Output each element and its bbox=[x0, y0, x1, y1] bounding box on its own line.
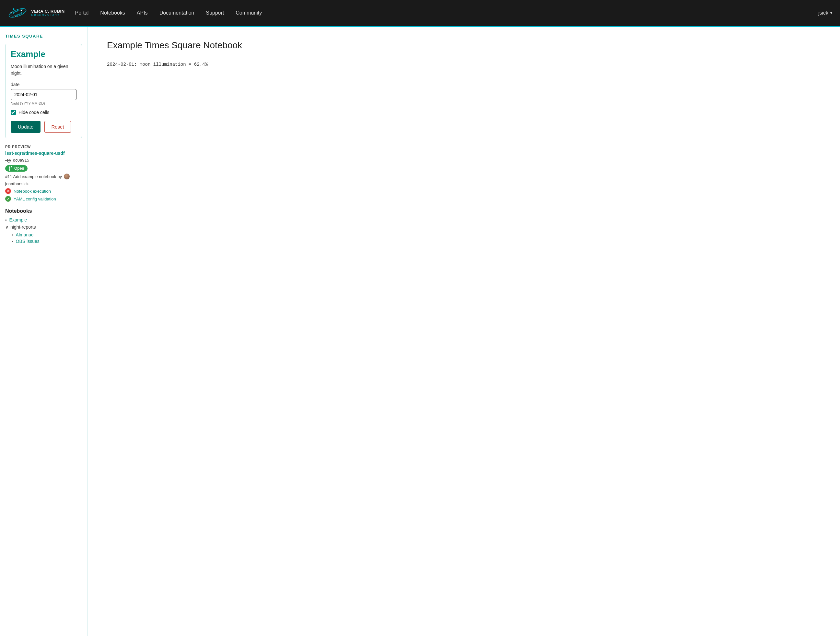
date-input[interactable] bbox=[11, 89, 76, 100]
pr-commit-hash: dc0a915 bbox=[13, 158, 29, 162]
notebook-execution-link[interactable]: Notebook execution bbox=[14, 189, 51, 194]
list-item-obs-issues: ▪ OBS issues bbox=[12, 239, 82, 244]
action-buttons: Update Reset bbox=[11, 121, 76, 133]
username: jsick bbox=[818, 10, 828, 16]
page-title: Example Times Square Notebook bbox=[107, 40, 821, 50]
nav-notebooks[interactable]: Notebooks bbox=[100, 10, 125, 16]
notebooks-list: ▪ Example ∨ night-reports ▪ Almanac ▪ OB… bbox=[5, 217, 82, 244]
logo-text: VERA C. RUBIN OBSERVATORY bbox=[31, 9, 65, 17]
hide-code-checkbox-row: Hide code cells bbox=[11, 110, 76, 115]
pr-author-avatar bbox=[64, 173, 69, 179]
header: VERA C. RUBIN OBSERVATORY Portal Noteboo… bbox=[0, 0, 840, 26]
status-notebook-execution: ✕ Notebook execution bbox=[5, 188, 82, 194]
user-menu[interactable]: jsick ▾ bbox=[818, 10, 832, 16]
notebook-card-title: Example bbox=[11, 49, 76, 59]
date-field-hint: Night (YYYY-MM-DD) bbox=[11, 101, 76, 105]
nav-community[interactable]: Community bbox=[235, 10, 262, 16]
notebook-link-almanac[interactable]: Almanac bbox=[16, 232, 33, 238]
reset-button[interactable]: Reset bbox=[44, 121, 71, 133]
pass-icon: ✓ bbox=[5, 196, 11, 202]
pr-preview-section: PR PREVIEW lsst-sqre/times-square-usdf d… bbox=[5, 145, 82, 202]
file-icon-obs-issues: ▪ bbox=[12, 239, 13, 244]
commit-icon bbox=[5, 159, 11, 162]
nav-apis[interactable]: APIs bbox=[137, 10, 148, 16]
folder-night-reports[interactable]: ∨ night-reports bbox=[5, 224, 82, 230]
logo-icon bbox=[8, 3, 27, 23]
hide-code-checkbox[interactable] bbox=[11, 110, 16, 115]
page-layout: TIMES SQUARE Example Moon illumination o… bbox=[0, 27, 840, 636]
logo: VERA C. RUBIN OBSERVATORY bbox=[8, 3, 65, 23]
pr-author-name: jonathansick bbox=[5, 181, 28, 186]
file-icon: ▪ bbox=[5, 217, 7, 222]
pr-repo-link[interactable]: lsst-sqre/times-square-usdf bbox=[5, 151, 82, 156]
svg-point-3 bbox=[13, 8, 14, 10]
notebooks-section: Notebooks ▪ Example ∨ night-reports ▪ Al… bbox=[5, 208, 82, 244]
notebook-link-obs-issues[interactable]: OBS issues bbox=[16, 239, 39, 244]
pr-commit-row: dc0a915 bbox=[5, 158, 82, 162]
pr-open-badge: Open bbox=[5, 165, 28, 172]
logo-observatory: OBSERVATORY bbox=[31, 14, 65, 17]
nav-portal[interactable]: Portal bbox=[75, 10, 89, 16]
sidebar-card: Example Moon illumination on a given nig… bbox=[5, 44, 82, 138]
list-item-example: ▪ Example bbox=[5, 217, 82, 222]
nav-support[interactable]: Support bbox=[206, 10, 224, 16]
yaml-validation-link[interactable]: YAML config validation bbox=[14, 197, 56, 202]
pr-icon bbox=[8, 166, 13, 171]
nav-documentation[interactable]: Documentation bbox=[159, 10, 194, 16]
svg-point-5 bbox=[21, 10, 22, 11]
status-yaml-validation: ✓ YAML config validation bbox=[5, 196, 82, 202]
notebook-output: 2024-02-01: moon illumination = 62.4% bbox=[107, 61, 821, 68]
notebook-link-example[interactable]: Example bbox=[9, 217, 27, 222]
chevron-down-folder-icon: ∨ bbox=[5, 224, 8, 230]
folder-children-night-reports: ▪ Almanac ▪ OBS issues bbox=[5, 232, 82, 244]
date-field-label: date bbox=[11, 82, 76, 87]
notebooks-section-title: Notebooks bbox=[5, 208, 82, 214]
main-content: Example Times Square Notebook 2024-02-01… bbox=[87, 27, 840, 636]
logo-name: VERA C. RUBIN bbox=[31, 9, 65, 14]
file-icon-almanac: ▪ bbox=[12, 233, 13, 238]
list-item-almanac: ▪ Almanac bbox=[12, 232, 82, 238]
pr-open-label: Open bbox=[14, 166, 24, 171]
sidebar: TIMES SQUARE Example Moon illumination o… bbox=[0, 27, 87, 636]
chevron-down-icon: ▾ bbox=[830, 11, 832, 15]
pr-preview-label: PR PREVIEW bbox=[5, 145, 82, 149]
main-nav: Portal Notebooks APIs Documentation Supp… bbox=[75, 10, 808, 16]
folder-label: night-reports bbox=[10, 224, 36, 230]
hide-code-label[interactable]: Hide code cells bbox=[19, 110, 49, 115]
notebook-description: Moon illumination on a given night. bbox=[11, 63, 76, 77]
pr-badge-row: Open #11 Add example notebook by jonatha… bbox=[5, 165, 82, 186]
status-checks-list: ✕ Notebook execution ✓ YAML config valid… bbox=[5, 188, 82, 202]
pr-number: #11 Add example notebook by bbox=[5, 174, 62, 179]
fail-icon: ✕ bbox=[5, 188, 11, 194]
svg-point-0 bbox=[8, 7, 27, 19]
sidebar-section-title: TIMES SQUARE bbox=[5, 34, 82, 39]
svg-point-6 bbox=[15, 16, 16, 17]
update-button[interactable]: Update bbox=[11, 121, 41, 133]
svg-point-4 bbox=[11, 12, 12, 13]
